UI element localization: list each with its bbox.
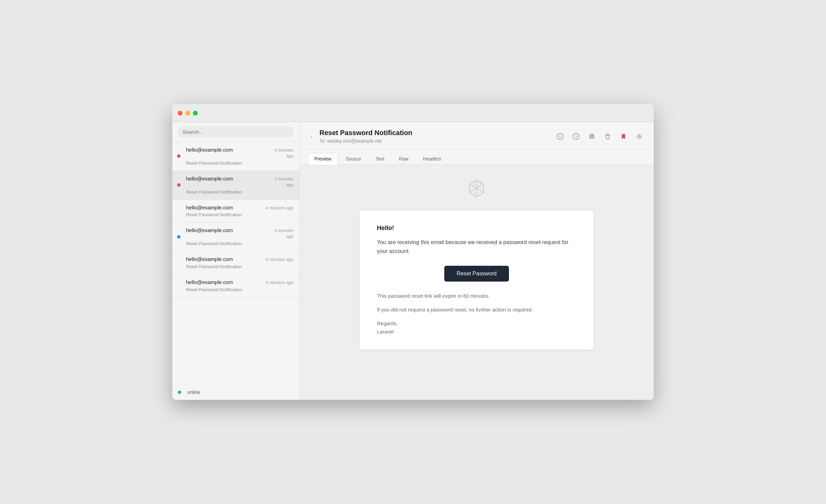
email-to: To: wisoky.orin@example.net: [319, 138, 412, 144]
sidebar: hello@example.com 4 minutesago Reset Pas…: [172, 122, 300, 400]
email-sender: hello@example.com: [186, 256, 233, 262]
email-sender: hello@example.com: [186, 147, 233, 153]
forward-icon: [573, 133, 579, 140]
email-header-actions: [554, 130, 645, 143]
email-list-item[interactable]: hello@example.com 4 minutes ago Reset Pa…: [172, 251, 299, 274]
email-item-header: hello@example.com 4 minutes ago: [186, 279, 294, 286]
bookmark-icon: [620, 133, 627, 140]
email-header-left: › Reset Password Notification To: wisoky…: [308, 129, 412, 144]
tabs-bar: PreviewSourceTextRawHeaders: [300, 150, 654, 165]
email-list-item[interactable]: hello@example.com 4 minutesago Reset Pas…: [172, 142, 299, 171]
email-list: hello@example.com 4 minutesago Reset Pas…: [172, 142, 299, 385]
email-item-header: hello@example.com 4 minutesago: [186, 176, 294, 188]
email-item-header: hello@example.com 4 minutes ago: [186, 205, 294, 211]
email-sender: hello@example.com: [186, 176, 233, 182]
settings-button[interactable]: [633, 130, 645, 143]
email-time: 4 minutes ago: [265, 280, 294, 286]
tab-headers[interactable]: Headers: [416, 153, 448, 164]
regards-line2: Laravel: [377, 329, 394, 335]
email-subject: Reset Password Notification: [186, 212, 294, 217]
content-pane: › Reset Password Notification To: wisoky…: [300, 122, 654, 400]
email-subject: Reset Password Notification: [186, 241, 294, 246]
minimize-button[interactable]: [185, 111, 190, 116]
email-item-header: hello@example.com 4 minutes ago: [186, 256, 294, 263]
online-dot-icon: [178, 391, 181, 394]
main-layout: hello@example.com 4 minutesago Reset Pas…: [172, 122, 654, 400]
email-card: Hello! You are receiving this email beca…: [360, 211, 594, 350]
email-header: › Reset Password Notification To: wisoky…: [300, 122, 654, 150]
email-header-info: Reset Password Notification To: wisoky.o…: [319, 129, 412, 144]
email-list-item[interactable]: hello@example.com 4 minutes ago Reset Pa…: [172, 200, 299, 223]
titlebar: [172, 104, 654, 122]
reset-button-container: Reset Password: [377, 266, 576, 282]
email-subject: Reset Password Notification: [186, 189, 294, 195]
email-list-item[interactable]: hello@example.com 4 minutes ago Reset Pa…: [172, 274, 299, 297]
email-time: 4 minutesago: [274, 228, 294, 240]
print-icon: [588, 133, 595, 140]
svg-point-6: [638, 135, 640, 138]
reset-password-button[interactable]: Reset Password: [444, 266, 509, 282]
maximize-button[interactable]: [193, 111, 198, 116]
collapse-button[interactable]: ›: [308, 133, 315, 140]
email-subject: Reset Password Notification: [186, 264, 294, 269]
no-action-note: If you did not request a password reset,…: [377, 306, 576, 314]
red-dot-icon: [177, 154, 181, 158]
email-list-item[interactable]: hello@example.com 4 minutesago Reset Pas…: [172, 171, 299, 200]
email-time: 4 minutesago: [274, 176, 294, 188]
svg-point-0: [557, 133, 563, 140]
bookmark-button[interactable]: [617, 130, 630, 143]
back-button[interactable]: [554, 130, 566, 143]
email-title: Reset Password Notification: [319, 129, 412, 137]
regards-line1: Regards,: [377, 320, 398, 326]
tab-source[interactable]: Source: [339, 153, 368, 164]
app-window: hello@example.com 4 minutesago Reset Pas…: [172, 104, 654, 400]
search-input[interactable]: [178, 126, 294, 138]
delete-button[interactable]: [601, 130, 614, 143]
laravel-logo: [463, 175, 490, 204]
print-button[interactable]: [586, 130, 598, 143]
email-sender: hello@example.com: [186, 227, 233, 233]
email-time: 4 minutes ago: [265, 257, 294, 263]
preview-area: Hello! You are receiving this email beca…: [300, 165, 654, 400]
expiry-note: This password reset link will expire in …: [377, 292, 576, 300]
gear-icon: [636, 133, 643, 140]
email-subject: Reset Password Notification: [186, 287, 294, 292]
red-dot-icon: [177, 183, 181, 187]
search-container: [172, 122, 299, 142]
close-button[interactable]: [178, 111, 183, 116]
svg-rect-3: [590, 134, 593, 136]
tab-text[interactable]: Text: [369, 153, 391, 164]
email-item-header: hello@example.com 4 minutesago: [186, 147, 294, 159]
email-subject: Reset Password Notification: [186, 161, 294, 166]
traffic-lights: [178, 111, 198, 116]
online-label: online: [187, 390, 200, 395]
email-list-item[interactable]: hello@example.com 4 minutesago Reset Pas…: [172, 222, 299, 251]
tab-raw[interactable]: Raw: [392, 153, 415, 164]
back-icon: [557, 133, 564, 140]
email-sender: hello@example.com: [186, 279, 233, 285]
blue-dot-icon: [177, 235, 181, 239]
email-greeting: Hello!: [377, 224, 576, 232]
email-body-text: You are receiving this email because we …: [377, 238, 576, 255]
email-sender: hello@example.com: [186, 205, 233, 210]
email-time: 4 minutes ago: [265, 205, 294, 211]
tab-preview[interactable]: Preview: [308, 153, 338, 165]
trash-icon: [604, 133, 611, 140]
email-item-header: hello@example.com 4 minutesago: [186, 227, 294, 240]
svg-rect-5: [607, 134, 609, 135]
svg-point-1: [573, 133, 579, 140]
svg-rect-4: [590, 137, 593, 138]
online-status-bar: online: [172, 385, 299, 400]
forward-button[interactable]: [570, 130, 582, 143]
email-time: 4 minutesago: [274, 147, 294, 159]
email-regards: Regards, Laravel: [377, 319, 576, 336]
